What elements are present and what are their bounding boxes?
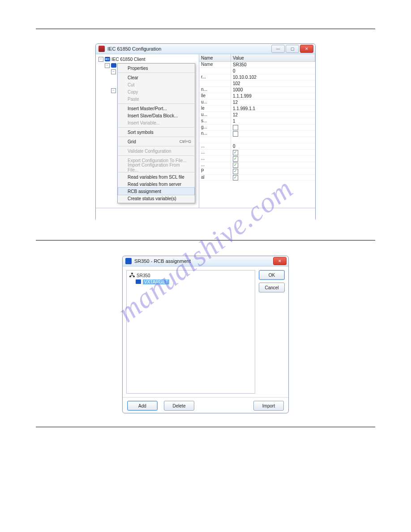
prop-value[interactable]: SR350 (231, 62, 315, 68)
menu-label: Import Configuration From File... (128, 163, 191, 172)
prop-name: P (199, 168, 231, 174)
menu-grid[interactable]: GridCtrl+G (118, 138, 195, 145)
menu-cut: Cut (118, 81, 195, 88)
prop-name: al (199, 175, 231, 180)
maximize-button[interactable]: ▢ (286, 45, 299, 53)
property-grid: Name Value NameSR3500r...10.10.0.102102n… (199, 54, 315, 208)
prop-row[interactable]: u...12 (199, 99, 315, 106)
collapse-icon[interactable]: − (111, 69, 116, 74)
prop-row[interactable]: ...✓ (199, 162, 315, 168)
prop-row[interactable]: n... (199, 131, 315, 137)
collapse-icon[interactable]: − (111, 88, 116, 93)
minimize-button[interactable]: — (271, 45, 285, 53)
prop-row[interactable]: ...✓ (199, 150, 315, 156)
prop-value[interactable]: 1 (231, 118, 315, 124)
add-button[interactable]: Add (127, 401, 158, 411)
collapse-icon[interactable]: − (98, 57, 103, 62)
menu-sort-symbols[interactable]: Sort symbols (118, 129, 195, 136)
titlebar[interactable]: SR350 - RCB assignment ✕ (123, 256, 288, 266)
checkbox-icon[interactable]: ✓ (233, 169, 238, 174)
menu-label: Cut (128, 82, 135, 87)
close-button[interactable]: ✕ (300, 45, 313, 53)
prop-value[interactable]: ✓ (231, 168, 315, 174)
prop-row[interactable]: u...12 (199, 112, 315, 118)
checkbox-icon[interactable]: ✓ (233, 156, 238, 162)
delete-button[interactable]: Delete (164, 401, 194, 411)
list-target[interactable]: VXTARGET (129, 279, 252, 285)
prop-value[interactable] (231, 137, 315, 143)
prop-value[interactable]: 0 (231, 143, 315, 149)
prop-value[interactable]: ✓ (231, 162, 315, 168)
prop-row[interactable] (199, 137, 315, 143)
menu-insert-master[interactable]: Insert Master/Port... (118, 105, 195, 112)
prop-name: le (199, 106, 231, 112)
prop-value[interactable]: ✓ (231, 150, 315, 155)
prop-row[interactable]: NameSR350 (199, 62, 315, 68)
titlebar[interactable]: IEC 61850 Configuration — ▢ ✕ (96, 44, 315, 54)
prop-value[interactable] (231, 131, 315, 137)
prop-row[interactable]: 0 (199, 68, 315, 74)
close-button[interactable]: ✕ (273, 257, 287, 265)
prop-name: ... (199, 162, 231, 168)
menu-label: Copy (128, 90, 138, 94)
menu-clear[interactable]: Clear (118, 74, 195, 81)
prop-value[interactable]: 12 (231, 112, 315, 118)
close-icon: ✕ (305, 47, 308, 51)
menu-label: Validate Configuration (128, 149, 171, 154)
button-label: OK (269, 273, 275, 278)
prop-row[interactable]: s...1 (199, 118, 315, 124)
prop-row[interactable]: lle1.1.1.999 (199, 93, 315, 99)
close-icon: ✕ (278, 259, 282, 263)
menu-label: Insert Master/Port... (128, 106, 167, 111)
prop-value[interactable] (231, 124, 315, 130)
prop-value[interactable]: 12 (231, 99, 315, 105)
prop-row[interactable]: 102 (199, 81, 315, 87)
prop-value[interactable]: ✓ (231, 175, 315, 180)
checkbox-icon[interactable] (233, 131, 238, 137)
checkbox-icon[interactable]: ✓ (233, 150, 238, 155)
svg-rect-2 (133, 276, 135, 277)
prop-row[interactable]: r...10.10.0.102 (199, 74, 315, 81)
list-device[interactable]: SR350 (129, 272, 252, 279)
prop-row[interactable]: ...✓ (199, 156, 315, 162)
menu-label: Sort symbols (128, 130, 154, 135)
list-device-label: SR350 (137, 273, 150, 278)
checkbox-icon[interactable] (233, 125, 238, 130)
prop-name (199, 81, 231, 86)
prop-name: ... (199, 156, 231, 162)
ok-button[interactable]: OK (259, 270, 285, 280)
prop-row[interactable]: al✓ (199, 175, 315, 181)
prop-value[interactable]: 0 (231, 68, 315, 74)
cancel-button[interactable]: Cancel (259, 283, 285, 292)
col-name[interactable]: Name (199, 54, 231, 61)
menu-create-status[interactable]: Create status variable(s) (118, 195, 195, 202)
prop-value[interactable]: 1.1.1.999 (231, 93, 315, 99)
svg-rect-0 (131, 273, 133, 274)
prop-row[interactable]: n...1000 (199, 87, 315, 93)
menu-label: Paste (128, 97, 139, 102)
prop-value[interactable]: 1000 (231, 87, 315, 93)
menu-read-server[interactable]: Read variables from server (118, 180, 195, 188)
prop-row[interactable]: ...0 (199, 143, 315, 150)
prop-row[interactable]: P✓ (199, 168, 315, 175)
prop-row[interactable]: g... (199, 124, 315, 131)
menu-properties[interactable]: Properties (118, 64, 195, 72)
import-button[interactable]: Import (253, 401, 284, 411)
device-list[interactable]: SR350 VXTARGET (126, 270, 255, 394)
menu-rcb-assignment[interactable]: RCB assignment (118, 187, 195, 195)
prop-value[interactable]: 1.1.999.1.1 (231, 106, 315, 112)
prop-value[interactable]: 10.10.0.102 (231, 74, 315, 80)
button-label: Add (138, 403, 146, 408)
tree-root[interactable]: − IEC IEC 61850 Client (98, 56, 199, 62)
prop-name: n... (199, 131, 231, 137)
checkbox-icon[interactable]: ✓ (233, 163, 238, 168)
col-value[interactable]: Value (231, 54, 315, 61)
menu-insert-slave[interactable]: Insert Slave/Data Block... (118, 112, 195, 119)
prop-row[interactable]: le1.1.999.1.1 (199, 106, 315, 112)
prop-value[interactable]: ✓ (231, 156, 315, 162)
menu-read-scl[interactable]: Read variables from SCL file (118, 173, 195, 180)
tree-pane: − IEC IEC 61850 Client − Server 0: SR350… (96, 54, 199, 208)
prop-value[interactable]: 102 (231, 81, 315, 86)
checkbox-icon[interactable]: ✓ (233, 175, 238, 180)
collapse-icon[interactable]: − (105, 63, 110, 68)
